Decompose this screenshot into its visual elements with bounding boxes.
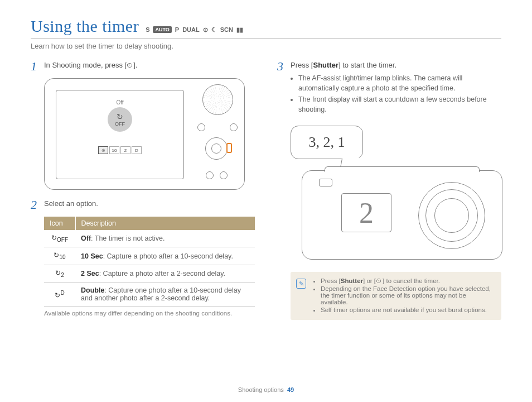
step-1-text-pre: In Shooting mode, press [ xyxy=(44,61,127,69)
step-3-bullet: The AF-assist light/timer lamp blinks. T… xyxy=(298,73,501,93)
note-timer-icon: ⏲ xyxy=(376,277,383,284)
step-1-text-post: ]. xyxy=(133,61,137,69)
options-footnote: Available options may differ depending o… xyxy=(44,310,255,317)
lens-icon xyxy=(418,182,485,249)
note-item: Press [Shutter] or [⏲] to cancel the tim… xyxy=(321,277,495,284)
row-icon-double: ↻D xyxy=(44,283,75,307)
left-column: 1 In Shooting mode, press [⏲]. Off ↻ OFF… xyxy=(31,60,255,320)
row-icon-2s: ↻2 xyxy=(44,265,75,282)
step-2-body: Select an option. xyxy=(44,199,255,211)
step-3-text-post: ] to start the timer. xyxy=(338,61,396,69)
small-button-1 xyxy=(197,123,205,131)
step-3-text-pre: Press [ xyxy=(291,61,313,69)
row-desc: 10 Sec: Capture a photo after a 10-secon… xyxy=(75,247,255,265)
step-3-bullet: The front display will start a countdown… xyxy=(298,94,501,114)
timer-button-icon: ⏲ xyxy=(127,61,133,69)
row-icon-off: ↻OFF xyxy=(44,230,75,247)
step-1: 1 In Shooting mode, press [⏲]. xyxy=(31,60,255,73)
camera-back-illustration: Off ↻ OFF ⊘ 10 2 D xyxy=(44,78,255,190)
camera-top-bar xyxy=(325,166,480,172)
step-3-body: Press [Shutter] to start the timer. The … xyxy=(291,60,501,116)
screen-off-icon-text: OFF xyxy=(115,121,125,127)
table-row: ↻10 10 Sec: Capture a photo after a 10-s… xyxy=(44,247,255,265)
front-display: 2 xyxy=(341,193,391,232)
note-text: ] to cancel the timer. xyxy=(383,277,440,284)
flash-icon xyxy=(319,179,332,186)
option-off-icon: ⊘ xyxy=(98,146,108,154)
mode-dial xyxy=(202,84,233,115)
step-3: 3 Press [Shutter] to start the timer. Th… xyxy=(277,60,501,116)
note-icon: ✎ xyxy=(296,279,306,289)
mode-movie-icon: ▮▮ xyxy=(236,26,243,34)
countdown-bubble: 3, 2, 1 xyxy=(291,126,363,159)
screen-option-row: ⊘ 10 2 D xyxy=(98,146,142,154)
screen-timer-off-icon: ↻ OFF xyxy=(108,107,132,132)
mode-night-icon: ☾ xyxy=(211,26,217,34)
right-key-highlight xyxy=(226,143,232,153)
row-desc: Double: Capture one photo after a 10-sec… xyxy=(75,283,255,307)
note-text: Press [ xyxy=(321,277,341,284)
step-2-number: 2 xyxy=(31,199,38,211)
title-divider xyxy=(31,38,501,39)
step-1-number: 1 xyxy=(31,60,38,73)
option-10s-icon: 10 xyxy=(109,146,119,154)
intro-text: Learn how to set the timer to delay shoo… xyxy=(31,42,501,50)
note-text: ] or [ xyxy=(363,277,376,284)
step-1-body: In Shooting mode, press [⏲]. xyxy=(44,60,255,73)
mode-icon-row: S AUTO P DUAL ⊙ ☾ SCN ▮▮ xyxy=(146,26,243,34)
step-3-number: 3 xyxy=(277,60,285,116)
small-button-2 xyxy=(230,123,238,131)
camera-front-illustration: 3, 2, 1 2 xyxy=(291,126,501,265)
mode-smart-icon: S xyxy=(146,26,149,33)
table-row: ↻D Double: Capture one photo after a 10-… xyxy=(44,283,255,307)
th-icon: Icon xyxy=(44,217,75,230)
row-desc: 2 Sec: Capture a photo after a 2-second … xyxy=(75,265,255,282)
shutter-label: Shutter xyxy=(313,61,338,69)
camera-screen: Off ↻ OFF ⊘ 10 2 D xyxy=(56,90,184,179)
note-box: ✎ Press [Shutter] or [⏲] to cancel the t… xyxy=(291,272,501,320)
page-title: Using the timer xyxy=(31,17,139,36)
option-double-icon: D xyxy=(132,146,142,154)
dpad xyxy=(205,137,228,160)
page-footer: Shooting options 49 xyxy=(0,386,532,393)
table-row: ↻OFF Off: The timer is not active. xyxy=(44,230,255,247)
step-2: 2 Select an option. xyxy=(31,199,255,211)
option-2s-icon: 2 xyxy=(120,146,130,154)
th-desc: Description xyxy=(75,217,255,230)
options-table: Icon Description ↻OFF Off: The timer is … xyxy=(44,217,255,307)
small-button-3 xyxy=(206,171,214,179)
note-item: Self timer options are not available if … xyxy=(321,307,495,313)
note-item: Depending on the Face Detection option y… xyxy=(321,285,495,305)
row-icon-10s: ↻10 xyxy=(44,247,75,265)
small-button-4 xyxy=(220,171,228,179)
mode-beauty-icon: ⊙ xyxy=(203,26,208,34)
table-row: ↻2 2 Sec: Capture a photo after a 2-seco… xyxy=(44,265,255,282)
footer-section: Shooting options xyxy=(238,386,284,393)
mode-dual-icon: DUAL xyxy=(182,26,200,33)
note-shutter: Shutter xyxy=(341,277,363,284)
mode-auto-icon: AUTO xyxy=(153,26,171,33)
screen-off-label: Off xyxy=(116,99,123,106)
row-desc: Off: The timer is not active. xyxy=(75,230,255,247)
right-column: 3 Press [Shutter] to start the timer. Th… xyxy=(277,60,501,320)
footer-page-number: 49 xyxy=(287,386,294,393)
mode-scene-icon: SCN xyxy=(220,26,233,33)
mode-program-icon: P xyxy=(175,26,179,33)
